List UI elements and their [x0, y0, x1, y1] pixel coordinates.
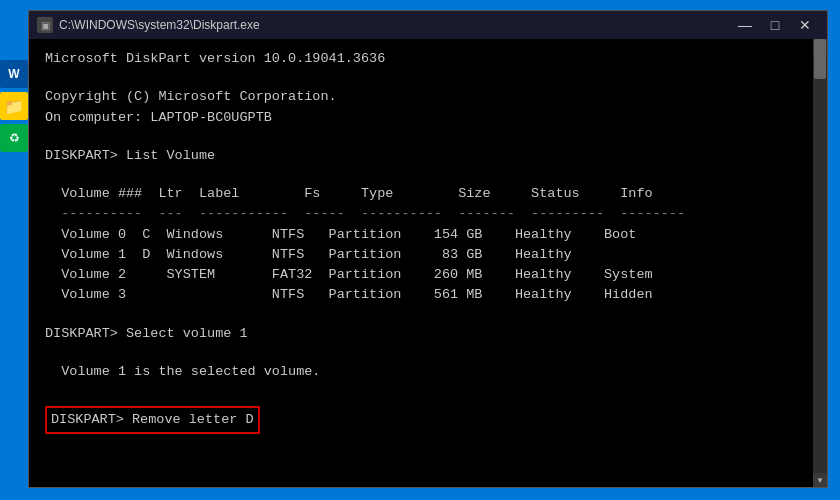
table-sep: ---------- --- ----------- ----- -------… — [45, 204, 797, 224]
terminal[interactable]: Microsoft DiskPart version 10.0.19041.36… — [29, 39, 813, 487]
spacer5 — [45, 344, 797, 362]
line-version: Microsoft DiskPart version 10.0.19041.36… — [45, 49, 797, 69]
title-bar-controls: — □ ✕ — [731, 15, 819, 35]
title-bar: ▣ C:\WINDOWS\system32\Diskpart.exe — □ ✕ — [29, 11, 827, 39]
remove-cmd-container: DISKPART> Remove letter D — [45, 400, 797, 434]
volume-row: Volume 0 C Windows NTFS Partition 154 GB… — [45, 225, 797, 245]
scrollbar[interactable]: ▲ ▼ — [813, 39, 827, 487]
taskbar-left: W 📁 ♻ — [0, 60, 28, 152]
spacer3 — [45, 166, 797, 184]
window-icon: ▣ — [37, 17, 53, 33]
window-title: C:\WINDOWS\system32\Diskpart.exe — [59, 18, 731, 32]
close-button[interactable]: ✕ — [791, 15, 819, 35]
scrollbar-thumb[interactable] — [814, 39, 826, 79]
maximize-button[interactable]: □ — [761, 15, 789, 35]
diskpart-window: ▣ C:\WINDOWS\system32\Diskpart.exe — □ ✕… — [28, 10, 828, 488]
taskbar-icon-folder[interactable]: 📁 — [0, 92, 28, 120]
table-header: Volume ### Ltr Label Fs Type Size Status… — [45, 184, 797, 204]
line-copyright: Copyright (C) Microsoft Corporation. — [45, 87, 797, 107]
select-msg: Volume 1 is the selected volume. — [45, 362, 797, 382]
spacer4 — [45, 306, 797, 324]
volume-row: Volume 1 D Windows NTFS Partition 83 GB … — [45, 245, 797, 265]
window-body: Microsoft DiskPart version 10.0.19041.36… — [29, 39, 827, 487]
list-volume-cmd: DISKPART> List Volume — [45, 146, 797, 166]
line-computer: On computer: LAPTOP-BC0UGPTB — [45, 108, 797, 128]
spacer8 — [45, 452, 797, 470]
spacer9 — [45, 470, 797, 487]
spacer6 — [45, 382, 797, 400]
desktop: W 📁 ♻ ▣ C:\WINDOWS\system32\Diskpart.exe… — [0, 0, 840, 500]
spacer7 — [45, 434, 797, 452]
minimize-button[interactable]: — — [731, 15, 759, 35]
volume-row: Volume 2 SYSTEM FAT32 Partition 260 MB H… — [45, 265, 797, 285]
remove-cmd: DISKPART> Remove letter D — [45, 406, 260, 434]
volume-row: Volume 3 NTFS Partition 561 MB Healthy H… — [45, 285, 797, 305]
select-cmd: DISKPART> Select volume 1 — [45, 324, 797, 344]
taskbar-icon-word[interactable]: W — [0, 60, 28, 88]
volume-table: Volume 0 C Windows NTFS Partition 154 GB… — [45, 225, 797, 306]
taskbar-icon-recycle[interactable]: ♻ — [0, 124, 28, 152]
spacer1 — [45, 69, 797, 87]
spacer2 — [45, 128, 797, 146]
scrollbar-down[interactable]: ▼ — [813, 473, 827, 487]
